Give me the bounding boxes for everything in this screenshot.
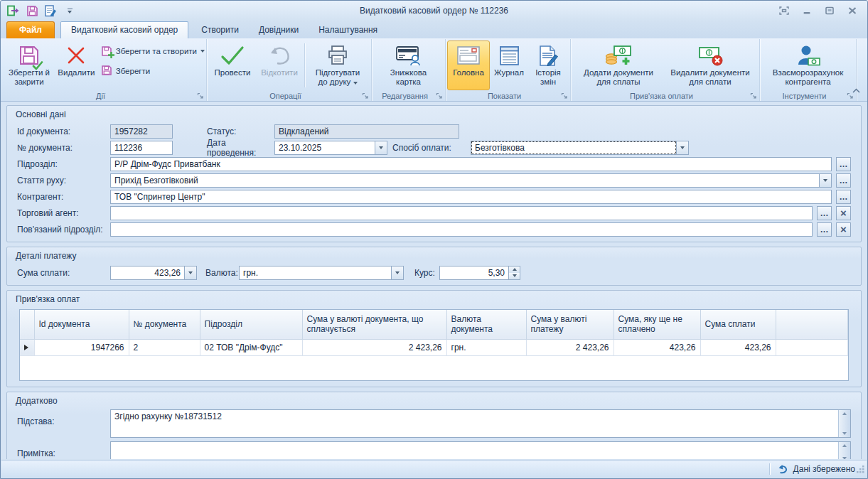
- qat-customize-button[interactable]: [65, 4, 75, 18]
- dialog-launcher-icon[interactable]: [197, 92, 204, 99]
- agent-label: Торговий агент:: [17, 208, 105, 218]
- currency-label: Валюта:: [205, 268, 239, 278]
- tab-file[interactable]: Файл: [6, 21, 55, 38]
- remove-payment-docs-button[interactable]: Видалити документи для сплати: [664, 41, 757, 90]
- article-label: Стаття руху:: [17, 176, 105, 185]
- amount-field[interactable]: [110, 266, 185, 280]
- scroll-up-icon[interactable]: [842, 412, 847, 415]
- section-title: Деталі платежу: [7, 248, 861, 264]
- scroll-down-icon[interactable]: [842, 457, 847, 459]
- dialog-launcher-icon[interactable]: [750, 92, 757, 99]
- note-scrollbar[interactable]: [838, 442, 850, 459]
- agent-field[interactable]: [110, 206, 813, 220]
- fullscreen-button[interactable]: [778, 6, 791, 16]
- save-create-button[interactable]: Зберегти та створити: [101, 45, 205, 57]
- basis-scrollbar[interactable]: [838, 410, 850, 437]
- rollback-undo-icon: [267, 43, 291, 68]
- document-form: Основні дані Id документа: Статус: № док…: [1, 102, 867, 459]
- grid-header-number[interactable]: № документа: [129, 310, 200, 339]
- tab-document[interactable]: Видатковий касовий ордер: [60, 21, 188, 38]
- delete-button[interactable]: Видалити: [55, 41, 98, 90]
- grid-header-doc-amount[interactable]: Сума у валюті документа, що сплачується: [302, 310, 446, 339]
- note-field[interactable]: [111, 442, 838, 459]
- pay-method-dropdown-button[interactable]: [677, 141, 689, 155]
- save-close-button[interactable]: Зберегти й закрити: [4, 41, 55, 90]
- dialog-launcher-icon[interactable]: [436, 92, 443, 99]
- dialog-launcher-icon[interactable]: [362, 92, 369, 99]
- cell-doc-currency: грн.: [446, 339, 526, 355]
- grid-header-paid[interactable]: Сума сплати: [700, 310, 776, 339]
- amount-label: Сума сплати:: [17, 268, 105, 278]
- agent-clear-button[interactable]: [836, 206, 851, 220]
- view-history-button[interactable]: Історія змін: [528, 41, 568, 90]
- minimize-button[interactable]: [800, 6, 813, 16]
- status-bar: Дані збережено: [1, 460, 867, 478]
- tab-settings[interactable]: Налаштування: [309, 22, 387, 38]
- ribbon-group-operations: Провести Відкотити Підготувати до друку …: [207, 39, 372, 101]
- tab-directories[interactable]: Довідники: [249, 22, 309, 38]
- main-form-icon: [457, 43, 480, 68]
- date-dropdown-button[interactable]: [375, 141, 387, 155]
- restore-button[interactable]: [823, 6, 836, 16]
- department-field[interactable]: [110, 157, 832, 171]
- quick-access-toolbar: [6, 4, 75, 18]
- collapse-ribbon-icon[interactable]: [850, 85, 862, 95]
- scroll-down-icon[interactable]: [842, 432, 847, 435]
- grid-header-department[interactable]: Підрозділ: [200, 310, 302, 339]
- section-title: Додатково: [7, 393, 861, 409]
- grid-header-unpaid[interactable]: Сума, яку ще не сплачено: [614, 310, 700, 339]
- scroll-up-icon[interactable]: [842, 444, 847, 447]
- resize-grip[interactable]: [856, 465, 865, 476]
- article-browse-button[interactable]: [836, 173, 851, 188]
- date-field[interactable]: [274, 141, 375, 155]
- remove-payment-docs-icon: [697, 43, 724, 68]
- post-button[interactable]: Провести: [208, 41, 257, 90]
- grid-row[interactable]: 1947266 2 02 ТОВ "Дрім-Фудс" 2 423,26 гр…: [20, 339, 848, 355]
- grid-header-filler: [776, 310, 848, 339]
- counterparty-browse-button[interactable]: [836, 190, 851, 204]
- rate-spin-up[interactable]: [509, 267, 520, 273]
- view-journal-button[interactable]: Журнал: [490, 41, 528, 90]
- currency-dropdown-button[interactable]: [392, 266, 404, 280]
- view-main-button[interactable]: Головна: [447, 41, 490, 90]
- edit-document-icon[interactable]: [43, 4, 58, 18]
- linked-department-field[interactable]: [110, 222, 813, 237]
- close-button[interactable]: [846, 6, 859, 16]
- grid-header-id[interactable]: Id документа: [34, 310, 129, 339]
- dialog-launcher-icon[interactable]: [561, 92, 568, 99]
- basis-field[interactable]: Згідно рахунку №18731512: [111, 410, 838, 437]
- agent-browse-button[interactable]: [817, 206, 832, 220]
- amount-dropdown-button[interactable]: [185, 266, 197, 280]
- group-caption-operations: Операції: [210, 92, 361, 100]
- tab-create[interactable]: Створити: [191, 22, 249, 38]
- save-button[interactable]: Зберегти: [101, 65, 205, 77]
- print-dropdown-icon[interactable]: [353, 82, 358, 85]
- currency-field[interactable]: [239, 266, 392, 280]
- linked-department-label: Пов'язаний підрозділ:: [17, 225, 105, 235]
- linked-department-browse-button[interactable]: [817, 222, 832, 237]
- ribbon-group-actions: Зберегти й закрити Видалити Зберегти та: [2, 39, 207, 101]
- save-icon[interactable]: [25, 4, 39, 18]
- rate-spin-down[interactable]: [509, 273, 520, 279]
- article-field[interactable]: [110, 173, 820, 188]
- settlement-button[interactable]: Взаєморозрахунок контрагента: [763, 41, 853, 90]
- doc-number-field[interactable]: [110, 141, 173, 155]
- status-message: Дані збережено: [793, 464, 855, 474]
- save-create-dropdown-icon[interactable]: [200, 50, 205, 53]
- rollback-button: Відкотити: [257, 41, 302, 90]
- pay-method-field[interactable]: [471, 141, 677, 155]
- counterparty-field[interactable]: [110, 190, 832, 204]
- article-dropdown-button[interactable]: [820, 173, 832, 188]
- grid-header-pay-amount[interactable]: Сума у валюті платежу: [526, 310, 614, 339]
- prepare-print-button[interactable]: Підготувати до друку: [307, 41, 368, 90]
- exit-icon[interactable]: [6, 4, 21, 18]
- add-payment-docs-button[interactable]: Додати документи для сплаты: [574, 41, 664, 90]
- department-label: Підрозділ:: [17, 159, 105, 169]
- rate-label: Курс:: [414, 268, 439, 278]
- grid-header-doc-currency[interactable]: Валюта документа: [446, 310, 526, 339]
- rate-field[interactable]: [439, 266, 509, 280]
- post-check-icon: [220, 43, 245, 68]
- discount-card-button[interactable]: Знижкова картка: [376, 41, 441, 90]
- department-browse-button[interactable]: [836, 157, 851, 171]
- linked-department-clear-button[interactable]: [836, 222, 851, 237]
